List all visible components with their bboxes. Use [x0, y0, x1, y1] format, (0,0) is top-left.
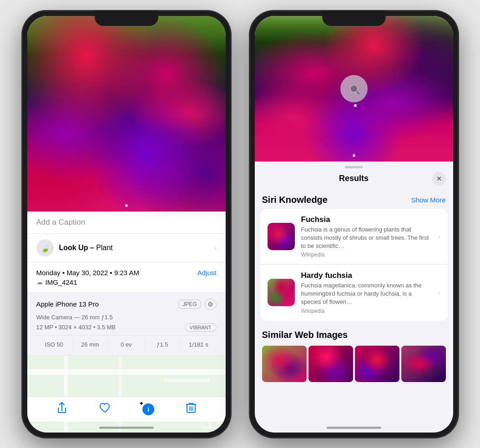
jpeg-badge: JPEG — [178, 300, 201, 309]
delete-button[interactable] — [186, 402, 196, 417]
similar-images-section: Similar Web Images — [255, 324, 453, 386]
visual-lookup-icon — [347, 82, 361, 96]
similar-image-3[interactable] — [355, 346, 399, 382]
hardy-fuchsia-thumb-image — [268, 279, 295, 306]
photo-toolbar: ✦ i — [27, 397, 226, 422]
exif-row: ISO 50 26 mm 0 ev ƒ1.5 1/181 s — [36, 335, 217, 350]
fuchsia-name: Fuchsia — [301, 215, 432, 224]
adjust-button[interactable]: Adjust — [197, 269, 217, 277]
date-info-section: Monday • May 30, 2022 • 9:23 AM Adjust ☁… — [27, 262, 226, 293]
lookup-icon-circle: 🍃 — [36, 239, 54, 257]
trash-icon — [186, 402, 196, 414]
results-header: Results ✕ — [255, 172, 453, 191]
caption-placeholder[interactable]: Add a Caption — [36, 218, 86, 227]
visual-lookup-dot — [354, 104, 357, 107]
device-section: Apple iPhone 13 Pro JPEG ⚙ Wide Camera —… — [27, 293, 226, 356]
phone-notch-right — [322, 10, 386, 26]
power-button-right[interactable] — [458, 83, 459, 120]
photo-page-indicator — [125, 204, 128, 207]
gear-icon: ⚙ — [207, 301, 213, 308]
silent-switch-right[interactable] — [249, 56, 250, 72]
photo-area-right[interactable] — [255, 16, 453, 161]
hardy-fuchsia-description: Fuchsia magellanica, commonly known as t… — [301, 282, 432, 307]
similar-image-2[interactable] — [308, 346, 353, 382]
close-button[interactable]: ✕ — [432, 172, 446, 186]
fuchsia-source: Wikipedia — [301, 252, 432, 258]
fuchsia-thumbnail — [268, 223, 295, 250]
fuchsia-info: Fuchsia Fuchsia is a genus of flowering … — [301, 215, 432, 258]
photo-area-left[interactable] — [27, 16, 226, 211]
info-label: i — [147, 406, 149, 413]
home-indicator-left — [99, 427, 154, 429]
volume-up-button-right[interactable] — [249, 74, 250, 101]
favorite-button[interactable] — [99, 403, 111, 416]
similar-images-row — [262, 346, 446, 382]
close-icon: ✕ — [436, 175, 442, 182]
svg-rect-4 — [164, 378, 209, 382]
leaf-icon: 🍃 — [40, 243, 50, 253]
lookup-chevron: › — [214, 244, 217, 252]
silent-switch[interactable] — [22, 56, 22, 72]
lookup-row[interactable]: 🍃 Look Up – Plant › — [27, 234, 226, 262]
cloud-icon: ☁ — [36, 278, 43, 286]
device-name: Apple iPhone 13 Pro — [36, 300, 99, 308]
knowledge-item-hardy-fuchsia[interactable]: Hardy fuchsia Fuchsia magellanica, commo… — [260, 265, 448, 321]
fuchsia-description: Fuchsia is a genus of flowering plants t… — [301, 226, 432, 251]
show-more-button[interactable]: Show More — [411, 196, 446, 204]
results-handle[interactable] — [345, 166, 363, 168]
info-badge-container[interactable]: ✦ i — [142, 403, 154, 415]
exif-aperture: ƒ1.5 — [145, 339, 181, 350]
vibrant-badge: VIBRANT — [185, 323, 217, 332]
caption-area[interactable]: Add a Caption — [27, 211, 226, 234]
home-indicator-right — [327, 427, 381, 429]
share-icon — [56, 402, 67, 414]
volume-up-button[interactable] — [22, 74, 22, 101]
heart-icon — [99, 403, 111, 413]
hardy-fuchsia-info: Hardy fuchsia Fuchsia magellanica, commo… — [301, 271, 432, 314]
phone-screen-right: Results ✕ Siri Knowledge Show More — [255, 16, 453, 433]
share-button[interactable] — [56, 402, 67, 417]
svg-rect-1 — [27, 369, 226, 375]
results-panel: Results ✕ Siri Knowledge Show More — [255, 161, 453, 433]
similar-image-4[interactable] — [401, 346, 446, 382]
exif-focal: 26 mm — [72, 339, 108, 350]
phone-left: Add a Caption 🍃 Look Up – Plant › Monday… — [22, 10, 231, 438]
similar-image-1[interactable] — [262, 346, 307, 382]
filename-text: IMG_4241 — [45, 278, 77, 286]
camera-details: Wide Camera — 26 mm ƒ1.5 — [36, 314, 217, 321]
phone-screen-left: Add a Caption 🍃 Look Up – Plant › Monday… — [27, 16, 226, 433]
hardy-fuchsia-chevron: › — [438, 289, 440, 296]
sparkle-icon: ✦ — [139, 400, 144, 407]
volume-down-button[interactable] — [22, 108, 22, 136]
knowledge-item-fuchsia[interactable]: Fuchsia Fuchsia is a genus of flowering … — [260, 209, 448, 265]
megapixels-text: 12 MP • 3024 × 4032 • 3.5 MB — [36, 324, 116, 331]
power-button[interactable] — [231, 83, 231, 120]
visual-lookup-button[interactable] — [340, 75, 368, 102]
hardy-fuchsia-thumbnail — [268, 279, 295, 306]
knowledge-card: Fuchsia Fuchsia is a genus of flowering … — [260, 209, 448, 321]
exif-iso: ISO 50 — [36, 339, 72, 350]
phone-notch — [95, 10, 158, 26]
settings-icon[interactable]: ⚙ — [205, 298, 217, 310]
siri-knowledge-title: Siri Knowledge — [262, 195, 328, 205]
phone-right: Results ✕ Siri Knowledge Show More — [249, 10, 459, 438]
similar-images-title: Similar Web Images — [262, 330, 446, 340]
volume-down-button-right[interactable] — [249, 108, 250, 136]
fuchsia-thumb-image — [268, 223, 295, 250]
exif-shutter: 1/181 s — [181, 339, 216, 350]
siri-knowledge-header: Siri Knowledge Show More — [255, 191, 453, 209]
results-title: Results — [276, 174, 432, 183]
fuchsia-chevron: › — [438, 233, 440, 240]
date-text: Monday • May 30, 2022 • 9:23 AM — [36, 269, 139, 277]
photo-page-indicator-right — [353, 154, 355, 157]
lookup-text: Look Up – Plant — [59, 244, 113, 252]
fuchsia-photo-left — [27, 16, 226, 211]
hardy-fuchsia-source: Wikipedia — [301, 308, 432, 314]
exif-ev: 0 ev — [108, 339, 144, 350]
hardy-fuchsia-name: Hardy fuchsia — [301, 271, 432, 280]
